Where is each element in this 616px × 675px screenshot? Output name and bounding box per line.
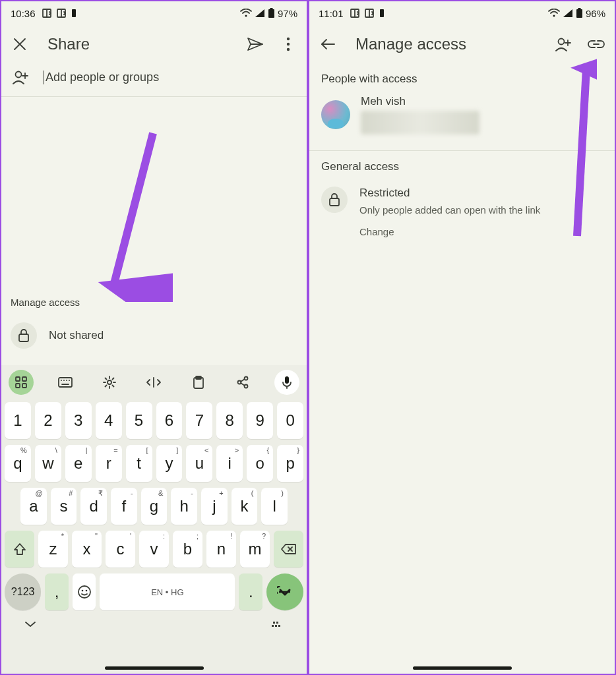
avatar (321, 100, 350, 129)
key-3[interactable]: 3 (65, 402, 92, 439)
svg-point-12 (287, 43, 290, 45)
key-n[interactable]: n! (206, 531, 236, 568)
person-row[interactable]: Meh vish (309, 92, 615, 150)
change-link[interactable]: Change (359, 226, 540, 237)
key-6[interactable]: 6 (156, 402, 183, 439)
person-add-icon (12, 70, 29, 84)
back-button[interactable] (319, 35, 337, 53)
key-backspace[interactable] (274, 531, 303, 568)
svg-point-27 (69, 380, 70, 381)
key-c[interactable]: c' (106, 531, 135, 568)
key-7[interactable]: 7 (186, 402, 212, 439)
key-z[interactable]: z* (38, 531, 68, 568)
key-period[interactable]: . (239, 573, 262, 610)
general-section-title: General access (309, 151, 615, 180)
svg-rect-7 (270, 8, 272, 9)
nav-handle[interactable] (413, 666, 512, 670)
kb-apps-icon[interactable] (9, 370, 34, 395)
key-g[interactable]: g& (141, 488, 168, 525)
key-t[interactable]: t[ (126, 445, 152, 482)
add-person-button[interactable] (554, 35, 572, 53)
key-2[interactable]: 2 (35, 402, 61, 439)
keyboard: 1234567890 q%w\e|r=t[y]u<i>o{p} a@s#d₹f-… (1, 365, 307, 674)
svg-point-24 (61, 380, 62, 381)
signal-icon (563, 9, 573, 18)
battery-icon (576, 8, 583, 18)
key-x[interactable]: x" (72, 531, 102, 568)
lock-icon (11, 322, 37, 349)
key-0[interactable]: 0 (277, 402, 303, 439)
svg-rect-57 (578, 8, 580, 9)
status-bar: 10:36 97% (1, 1, 307, 25)
kb-clipboard-icon[interactable] (186, 370, 211, 395)
kb-textselect-icon[interactable] (141, 370, 166, 395)
key-a[interactable]: a@ (20, 488, 47, 525)
send-button[interactable] (246, 35, 264, 53)
nav-handle[interactable] (105, 666, 204, 670)
key-v[interactable]: v: (139, 531, 169, 568)
key-4[interactable]: 4 (96, 402, 122, 439)
svg-point-59 (559, 39, 565, 45)
key-b[interactable]: b; (173, 531, 202, 568)
wifi-icon (548, 9, 560, 18)
key-y[interactable]: y] (156, 445, 183, 482)
page-title: Share (47, 35, 228, 53)
page-title: Manage access (355, 35, 536, 53)
key-j[interactable]: j+ (201, 488, 228, 525)
key-r[interactable]: r= (96, 445, 122, 482)
svg-rect-6 (268, 9, 274, 18)
share-screen: 10:36 97% Share (0, 0, 308, 675)
kb-share-icon[interactable] (230, 370, 255, 395)
key-emoji[interactable] (73, 573, 96, 610)
svg-point-11 (287, 38, 290, 40)
key-l[interactable]: l) (261, 488, 288, 525)
access-level: Restricted (359, 187, 540, 200)
key-s[interactable]: s# (51, 488, 77, 525)
svg-rect-19 (16, 377, 20, 381)
kb-collapse-icon[interactable] (24, 620, 36, 628)
key-enter[interactable] (266, 573, 303, 610)
kb-mic-icon[interactable] (274, 370, 299, 395)
key-shift[interactable] (5, 531, 34, 568)
key-m[interactable]: m? (240, 531, 270, 568)
key-symbols[interactable]: ?123 (5, 573, 41, 610)
copy-link-button[interactable] (587, 35, 605, 53)
key-k[interactable]: k( (231, 488, 258, 525)
key-o[interactable]: o{ (247, 445, 273, 482)
key-comma[interactable]: , (45, 573, 69, 610)
key-w[interactable]: w\ (35, 445, 61, 482)
key-u[interactable]: u< (186, 445, 212, 482)
svg-rect-21 (16, 384, 20, 388)
svg-rect-18 (19, 334, 28, 341)
svg-point-26 (66, 380, 67, 381)
key-8[interactable]: 8 (216, 402, 243, 439)
share-status-row[interactable]: Not shared (11, 322, 104, 349)
key-e[interactable]: e| (65, 445, 92, 482)
kb-settings-icon[interactable] (97, 370, 122, 395)
battery-percent: 96% (586, 8, 605, 19)
kb-keyboard-icon[interactable] (53, 370, 78, 395)
key-i[interactable]: i> (216, 445, 243, 482)
key-p[interactable]: p} (277, 445, 303, 482)
more-button[interactable] (279, 35, 297, 53)
status-bar: 11:01 96% (309, 1, 615, 25)
svg-point-5 (245, 15, 247, 17)
svg-line-36 (241, 379, 245, 382)
key-d[interactable]: d₹ (80, 488, 107, 525)
status-notif-icons (42, 9, 80, 18)
status-time: 10:36 (11, 8, 36, 19)
people-input[interactable] (44, 71, 296, 84)
manage-access-screen: 11:01 96% Manage access Peo (308, 0, 616, 675)
key-5[interactable]: 5 (126, 402, 152, 439)
key-9[interactable]: 9 (247, 402, 273, 439)
key-h[interactable]: h- (171, 488, 197, 525)
svg-rect-38 (285, 376, 289, 384)
svg-point-42 (78, 586, 90, 598)
close-button[interactable] (11, 35, 29, 53)
kb-layout-icon[interactable] (270, 620, 284, 629)
key-f[interactable]: f- (111, 488, 137, 525)
key-space[interactable]: EN • HG (100, 573, 235, 610)
lock-icon (321, 187, 348, 213)
key-q[interactable]: q% (5, 445, 31, 482)
key-1[interactable]: 1 (5, 402, 31, 439)
